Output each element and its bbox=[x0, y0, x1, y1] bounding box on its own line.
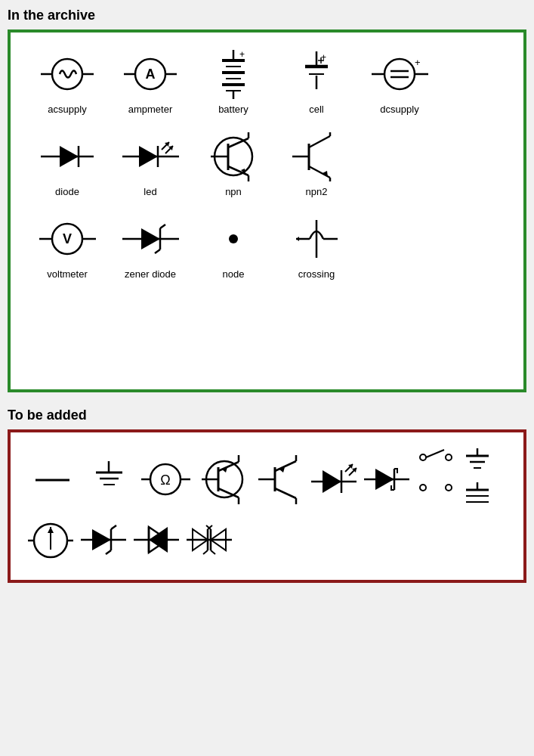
cell-label: cell bbox=[309, 104, 324, 115]
to-be-added-title: To be added bbox=[8, 407, 526, 423]
tba-schottky bbox=[362, 459, 411, 500]
symbol-battery: + battery bbox=[192, 48, 275, 115]
svg-marker-122 bbox=[92, 529, 111, 550]
svg-line-124 bbox=[111, 525, 116, 529]
tba-pnp2 bbox=[256, 454, 305, 507]
symbol-voltmeter: V voltmeter bbox=[26, 212, 109, 280]
svg-marker-129 bbox=[149, 527, 168, 553]
symbol-crossing: crossing bbox=[275, 212, 358, 280]
svg-text:V: V bbox=[62, 231, 71, 246]
dcsupply-label: dcsupply bbox=[380, 104, 418, 115]
svg-point-106 bbox=[446, 485, 452, 491]
svg-text:+: + bbox=[321, 52, 326, 63]
svg-line-87 bbox=[275, 461, 296, 471]
svg-line-49 bbox=[309, 136, 330, 147]
svg-line-80 bbox=[218, 462, 239, 471]
tba-ground3 bbox=[460, 482, 494, 512]
symbol-led: led bbox=[109, 130, 192, 197]
svg-line-136 bbox=[203, 550, 208, 554]
svg-point-23 bbox=[384, 59, 415, 89]
svg-point-63 bbox=[229, 234, 238, 243]
svg-marker-30 bbox=[60, 146, 79, 167]
archive-title: In the archive bbox=[8, 8, 526, 23]
tba-current-source: I bbox=[26, 516, 75, 565]
svg-point-103 bbox=[446, 454, 452, 460]
tba-backward-diode bbox=[131, 519, 181, 561]
symbol-npn2: npn2 bbox=[275, 130, 358, 197]
node-label: node bbox=[223, 268, 245, 280]
tba-resistor bbox=[26, 457, 79, 503]
symbol-diode: diode bbox=[26, 130, 109, 197]
tba-switch-closed bbox=[415, 474, 456, 500]
svg-line-61 bbox=[160, 225, 165, 228]
svg-text:+: + bbox=[239, 49, 245, 60]
svg-text:+: + bbox=[415, 57, 421, 68]
svg-line-138 bbox=[211, 550, 215, 554]
tba-pnp bbox=[196, 454, 252, 507]
svg-line-125 bbox=[106, 550, 111, 554]
svg-line-88 bbox=[275, 488, 296, 498]
zener-diode-label: zener diode bbox=[125, 268, 176, 280]
battery-label: battery bbox=[218, 104, 248, 115]
svg-point-0 bbox=[52, 59, 82, 89]
svg-marker-59 bbox=[141, 228, 160, 249]
svg-point-105 bbox=[420, 485, 426, 491]
to-be-added-section: To be added bbox=[8, 407, 526, 583]
tba-switch-open bbox=[415, 444, 456, 470]
svg-text:A: A bbox=[146, 67, 156, 82]
led-label: led bbox=[144, 186, 156, 197]
npn-label: npn bbox=[225, 186, 242, 197]
ampmeter-label: ampmeter bbox=[128, 104, 173, 115]
archive-section: In the archive acsupply bbox=[8, 8, 526, 392]
symbol-acsupply: acsupply bbox=[26, 48, 109, 115]
symbol-zener-diode: zener diode bbox=[109, 212, 192, 280]
symbol-npn: npn bbox=[192, 130, 275, 197]
tba-ohmmeter: Ω bbox=[139, 457, 192, 503]
svg-marker-118 bbox=[48, 527, 54, 533]
svg-marker-67 bbox=[296, 237, 299, 241]
acsupply-label: acsupply bbox=[48, 104, 86, 115]
tba-led2 bbox=[309, 454, 358, 507]
npn2-label: npn2 bbox=[306, 186, 328, 197]
svg-point-102 bbox=[420, 454, 426, 460]
archive-box: acsupply A ampmeter bbox=[8, 29, 526, 392]
symbol-dcsupply: + dcsupply bbox=[358, 48, 441, 115]
symbol-grid: acsupply A ampmeter bbox=[26, 48, 508, 295]
to-add-box: Ω bbox=[8, 429, 526, 583]
voltmeter-label: voltmeter bbox=[47, 268, 87, 280]
tba-bidirectional-zener bbox=[184, 518, 233, 563]
tba-zener2 bbox=[79, 519, 128, 561]
crossing-label: crossing bbox=[298, 268, 335, 280]
tba-ground2 bbox=[460, 448, 494, 478]
svg-line-62 bbox=[155, 249, 160, 253]
symbol-cell: + cell bbox=[275, 48, 358, 115]
svg-marker-33 bbox=[139, 146, 158, 167]
symbol-node: node bbox=[192, 212, 275, 280]
tba-ground bbox=[82, 457, 135, 503]
svg-line-104 bbox=[426, 450, 444, 457]
svg-marker-93 bbox=[323, 470, 341, 493]
diode-label: diode bbox=[55, 186, 79, 197]
symbol-ampmeter: A ampmeter bbox=[109, 48, 192, 115]
svg-text:Ω: Ω bbox=[160, 472, 170, 488]
